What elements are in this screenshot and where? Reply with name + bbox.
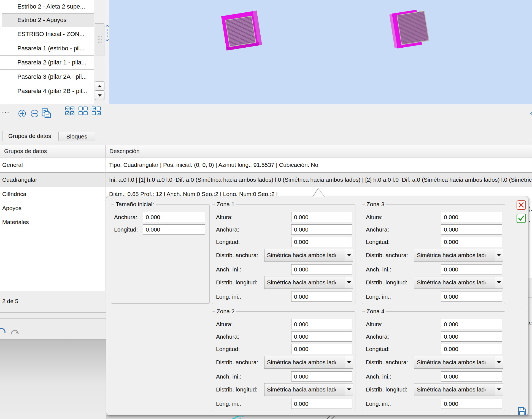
numeric-input[interactable]: 0.000	[441, 319, 502, 329]
app-window: Estribo 2 - Aleta 2 supe...Estribo 2 - A…	[0, 0, 532, 419]
clipped-text-fragment: ‚	[529, 216, 530, 223]
zone-group: Zona 3Altura:0.000Anchura:0.000Longitud:…	[362, 204, 505, 304]
group-legend: Tamaño inicial:	[114, 201, 156, 208]
list-item[interactable]: Pasarela 4 (pilar 2B - pil...	[0, 84, 94, 98]
chevron-down-icon	[495, 249, 503, 261]
collapsed-panel-icon[interactable]: «	[530, 110, 532, 116]
select-value: Simétrica hacia ambos lados	[414, 276, 485, 289]
undo-button[interactable]	[0, 327, 8, 336]
add-button[interactable]	[18, 110, 26, 117]
list-scrollbar[interactable]	[94, 0, 105, 104]
field-label: Long. ini.:	[366, 399, 391, 409]
numeric-input[interactable]: 0.000	[441, 264, 502, 274]
row-group-name: Apoyos	[0, 201, 106, 215]
distribution-select[interactable]: Simétrica hacia ambos lados	[414, 383, 503, 396]
numeric-input[interactable]: 0.000	[291, 264, 352, 274]
numeric-input[interactable]: 0.000	[291, 399, 352, 409]
list-item[interactable]: Pasarela 1 (estribo - pil...	[0, 41, 94, 56]
distribution-select[interactable]: Simétrica hacia ambos lados	[264, 276, 353, 289]
numeric-input[interactable]: 0.000	[291, 371, 352, 382]
support-block-1[interactable]	[221, 11, 262, 51]
field-label: Altura:	[366, 319, 383, 329]
field-label: Longitud:	[366, 237, 390, 247]
numeric-input[interactable]: 0.000	[441, 371, 502, 382]
numeric-input[interactable]: 0.000	[291, 237, 352, 247]
numeric-input[interactable]: 0.000	[441, 399, 502, 409]
remove-button[interactable]	[31, 110, 38, 117]
select-none-grid-button[interactable]	[79, 107, 88, 115]
support-block-2[interactable]	[389, 8, 431, 49]
anchura-input[interactable]: 0.000	[143, 212, 205, 222]
numeric-input[interactable]: 0.000	[441, 344, 502, 354]
table-row[interactable]: GeneralTipo: Cuadrangular | Pos. inicial…	[0, 157, 532, 172]
list-item-label: Pasarela 1 (estribo - pil...	[17, 41, 93, 55]
save-icon[interactable]	[517, 406, 526, 416]
chevron-down-icon	[345, 249, 353, 261]
longitud-input[interactable]: 0.000	[143, 224, 205, 235]
row-group-name: General	[0, 157, 106, 172]
numeric-input[interactable]: 0.000	[441, 331, 502, 342]
list-item[interactable]: Pasarela 2 (pilar 1 - pila...	[0, 56, 94, 70]
chevron-up-icon	[106, 25, 109, 28]
field-label: Longitud:	[216, 344, 240, 354]
distribution-select[interactable]: Simétrica hacia ambos lados	[264, 383, 353, 396]
checked-box-icon	[70, 107, 74, 110]
numeric-input[interactable]: 0.000	[441, 237, 502, 247]
numeric-input[interactable]: 0.000	[291, 224, 352, 235]
select-all-grid-button[interactable]	[65, 107, 75, 115]
numeric-input[interactable]: 0.000	[291, 331, 352, 342]
cancel-button[interactable]	[517, 200, 526, 210]
distribution-select[interactable]: Simétrica hacia ambos lados	[414, 249, 503, 262]
field-label: Altura:	[216, 212, 233, 222]
numeric-input[interactable]: 0.000	[441, 212, 502, 222]
confirm-button[interactable]	[517, 214, 526, 223]
popup-separator	[512, 198, 512, 415]
numeric-input[interactable]: 0.000	[291, 292, 352, 302]
scroll-down-button[interactable]	[95, 91, 104, 100]
list-toolbar: ... «	[0, 104, 532, 123]
distribution-select[interactable]: Simétrica hacia ambos lados	[414, 276, 503, 289]
field-label: Anchura:	[366, 331, 389, 342]
select-invert-grid-button[interactable]	[92, 107, 101, 115]
chevron-down-icon	[345, 383, 353, 396]
field-label: Distrib. longitud:	[216, 383, 258, 396]
field-label: Distrib. longitud:	[366, 276, 407, 289]
distribution-select[interactable]: Simétrica hacia ambos lados	[264, 356, 353, 369]
element-list: Estribo 2 - Aleta 2 supe...Estribo 2 - A…	[0, 0, 94, 104]
vertical-splitter[interactable]	[105, 0, 109, 104]
chevron-down-icon	[495, 383, 503, 396]
scrollbar-thumb[interactable]	[95, 23, 104, 56]
scroll-up-button[interactable]	[95, 81, 104, 91]
numeric-input[interactable]: 0.000	[291, 344, 352, 354]
initial-size-group: Tamaño inicial: Anchura: 0.000 Longitud:…	[111, 204, 210, 304]
list-item[interactable]: ESTRIBO Inicial - ZON...	[0, 27, 94, 41]
redo-button[interactable]	[10, 327, 22, 336]
chevron-down-icon	[345, 356, 353, 368]
numeric-input[interactable]: 0.000	[441, 224, 502, 235]
numeric-input[interactable]: 0.000	[291, 319, 352, 329]
tab-grupos-de-datos[interactable]: Grupos de datos	[2, 131, 57, 141]
more-button[interactable]: ...	[2, 106, 10, 115]
field-label: Distrib. anchura:	[216, 249, 258, 262]
unchecked-box-icon	[97, 107, 101, 110]
distribution-select[interactable]: Simétrica hacia ambos lados	[414, 356, 503, 369]
block-face	[397, 11, 429, 45]
copy-icon[interactable]	[41, 108, 52, 119]
splitter-dot	[107, 32, 108, 34]
chevron-down-icon	[106, 38, 109, 41]
field-label: Anch. ini.:	[216, 371, 241, 382]
column-header-descripcion[interactable]: Descripción	[106, 145, 532, 157]
table-row[interactable]: CuadrangularIni. a:0 l:0 | [1] h:0 a:0 l…	[0, 172, 532, 187]
chevron-down-icon	[495, 356, 503, 368]
field-label: Distrib. anchura:	[366, 356, 408, 369]
column-header-grupos[interactable]: Grupos de datos	[0, 145, 106, 157]
tab-bloques[interactable]: Bloques	[58, 132, 95, 141]
numeric-input[interactable]: 0.000	[441, 292, 502, 302]
unchecked-box-icon	[92, 111, 96, 115]
3d-viewport[interactable]	[109, 0, 532, 104]
numeric-input[interactable]: 0.000	[291, 212, 352, 222]
distribution-select[interactable]: Simétrica hacia ambos lados	[264, 249, 353, 262]
chevron-down-icon	[495, 276, 503, 289]
list-item[interactable]: Estribo 2 - Aleta 2 supe...	[0, 0, 94, 13]
list-item[interactable]: Pasarela 3 (pilar 2A - pil...	[0, 70, 94, 84]
